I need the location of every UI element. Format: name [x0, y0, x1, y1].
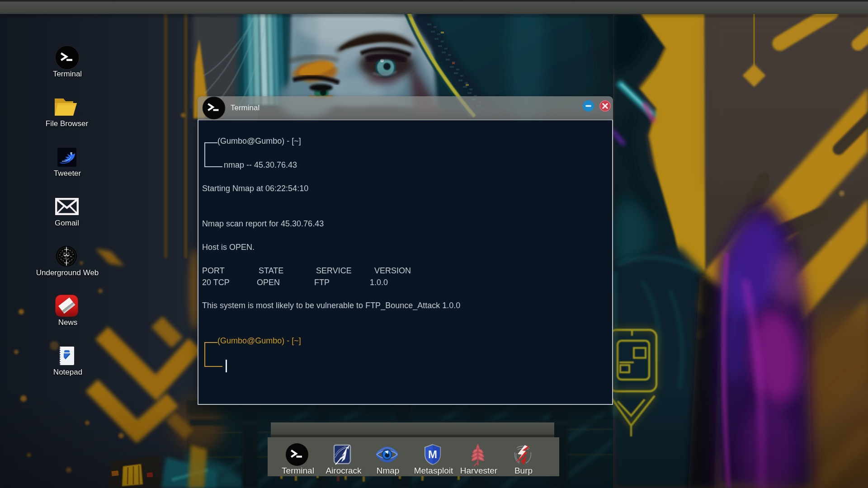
- svg-text:M: M: [428, 448, 437, 460]
